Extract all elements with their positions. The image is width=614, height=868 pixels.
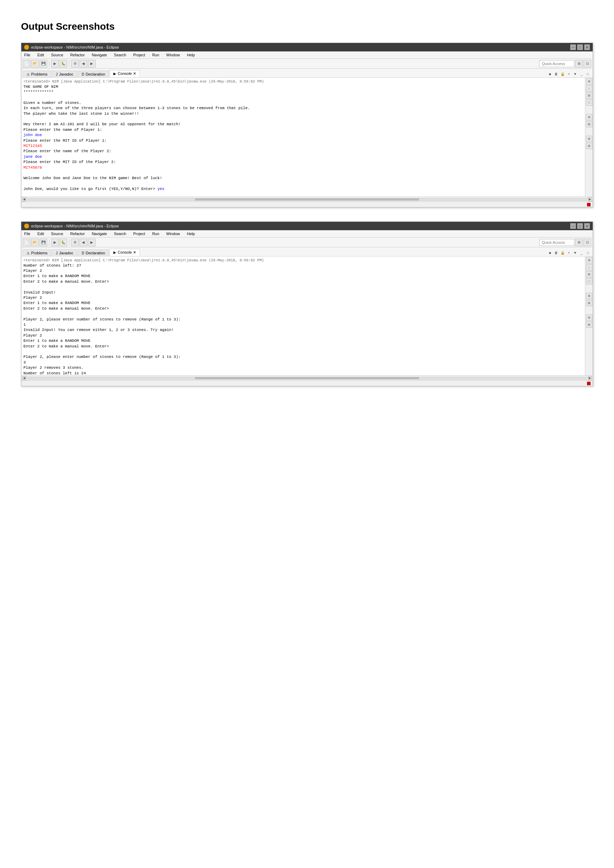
toolbar-btn-8[interactable]: ▶ bbox=[88, 239, 96, 246]
tab-scroll-lock-1[interactable]: 🔒 bbox=[560, 71, 565, 77]
console-content-2[interactable]: <terminated> NIM [Java Application] C:\P… bbox=[21, 256, 585, 375]
quick-access-input-2[interactable]: Quick Access bbox=[539, 239, 574, 246]
tab-problems-2[interactable]: ⚠ Problems bbox=[23, 250, 51, 256]
tab-clear-btn-2[interactable]: 🗑 bbox=[553, 250, 559, 256]
right-btn-7[interactable]: ⚙ bbox=[586, 136, 592, 142]
right-btn-13[interactable]: ⚙ bbox=[586, 293, 592, 299]
menu-source-2[interactable]: Source bbox=[50, 231, 65, 237]
right-btn-8[interactable]: ⊞ bbox=[586, 143, 592, 149]
tab-view-menu-1[interactable]: ▼ bbox=[572, 71, 578, 77]
toolbar-debug-2[interactable]: 🐛 bbox=[59, 239, 67, 246]
right-btn-3[interactable]: ⊞ bbox=[586, 92, 592, 99]
right-btn-6[interactable]: ⊞ bbox=[586, 121, 592, 127]
tab-javadoc-1[interactable]: J Javadoc bbox=[52, 71, 77, 78]
menu-search-2[interactable]: Search bbox=[113, 231, 128, 237]
minimize-button-2[interactable]: ─ bbox=[570, 223, 576, 229]
tab-declaration-1[interactable]: D Declaration bbox=[78, 71, 109, 78]
right-btn-14[interactable]: ⊞ bbox=[586, 300, 592, 306]
right-btn-16[interactable]: ⊞ bbox=[586, 321, 592, 328]
toolbar-perspective-3[interactable]: ⊞ bbox=[575, 239, 583, 246]
right-btn-15[interactable]: ⚙ bbox=[586, 315, 592, 321]
toolbar-open-2[interactable]: 📂 bbox=[31, 239, 39, 246]
toolbar-new-2[interactable]: 📄 bbox=[23, 239, 31, 246]
menu-project-2[interactable]: Project bbox=[132, 231, 146, 237]
toolbar-1: 📄 📂 💾 ▶ 🐛 ⚙ ◀ ▶ Quick Access ⊞ ⊡ bbox=[21, 59, 593, 68]
quick-access-label-2: Quick Access bbox=[542, 240, 565, 245]
maximize-button-2[interactable]: □ bbox=[577, 223, 583, 229]
menu-navigate-1[interactable]: Navigate bbox=[90, 52, 108, 58]
quick-access-input-1[interactable]: Quick Access bbox=[539, 60, 574, 67]
menu-edit-2[interactable]: Edit bbox=[36, 231, 45, 237]
tab-view-menu-2[interactable]: ▼ bbox=[572, 250, 578, 256]
tab-terminate-btn-2[interactable]: ■ bbox=[547, 250, 553, 256]
menu-help-2[interactable]: Help bbox=[185, 231, 196, 237]
scroll-right-1[interactable]: ▶ bbox=[588, 197, 592, 202]
toolbar-btn-5[interactable]: ▶ bbox=[88, 60, 96, 68]
close-button-1[interactable]: ✕ bbox=[584, 45, 590, 50]
right-btn-9[interactable]: ⚙ bbox=[586, 257, 592, 264]
right-btn-10[interactable]: ↕ bbox=[586, 264, 592, 270]
menu-search-1[interactable]: Search bbox=[113, 52, 128, 58]
tab-scroll-lock-2[interactable]: 🔒 bbox=[560, 250, 565, 256]
toolbar-run-1[interactable]: ▶ bbox=[51, 60, 59, 68]
console-area-1: <terminated> NIM [Java Application] C:\P… bbox=[21, 78, 593, 197]
toolbar-btn-4[interactable]: ◀ bbox=[79, 60, 87, 68]
toolbar-open-1[interactable]: 📂 bbox=[31, 60, 39, 68]
tab-terminate-btn-1[interactable]: ■ bbox=[547, 71, 553, 77]
right-btn-2[interactable]: ↕ bbox=[586, 85, 592, 91]
menu-navigate-2[interactable]: Navigate bbox=[90, 231, 108, 237]
menu-refactor-1[interactable]: Refactor bbox=[69, 52, 87, 58]
menu-run-1[interactable]: Run bbox=[151, 52, 161, 58]
tab-clear-btn-1[interactable]: 🗑 bbox=[553, 71, 559, 77]
right-btn-5[interactable]: ⚙ bbox=[586, 114, 592, 120]
menu-run-2[interactable]: Run bbox=[151, 231, 161, 237]
eclipse-icon-1 bbox=[24, 45, 29, 50]
menu-help-1[interactable]: Help bbox=[185, 52, 196, 58]
minimize-button-1[interactable]: ─ bbox=[570, 45, 576, 50]
toolbar-btn-7[interactable]: ◀ bbox=[79, 239, 87, 246]
tab-new-console-2[interactable]: + bbox=[566, 250, 572, 256]
menu-project-1[interactable]: Project bbox=[132, 52, 146, 58]
title-bar-controls-2[interactable]: ─ □ ✕ bbox=[570, 223, 590, 229]
toolbar-run-2[interactable]: ▶ bbox=[51, 239, 59, 246]
tab-console-2[interactable]: ▶ Console ✕ bbox=[110, 249, 140, 256]
tab-minimize-1[interactable]: _ bbox=[579, 71, 584, 77]
scroll-right-2[interactable]: ▶ bbox=[588, 376, 592, 380]
tab-maximize-1[interactable]: □ bbox=[585, 71, 591, 77]
scroll-left-1[interactable]: ◀ bbox=[22, 197, 26, 202]
menu-edit-1[interactable]: Edit bbox=[36, 52, 45, 58]
toolbar-perspective-2[interactable]: ⊡ bbox=[583, 60, 591, 68]
tab-console-1[interactable]: ▶ Console ✕ bbox=[110, 70, 140, 78]
toolbar-btn-3[interactable]: ⚙ bbox=[71, 60, 79, 68]
menu-window-2[interactable]: Window bbox=[165, 231, 181, 237]
tab-new-console-1[interactable]: + bbox=[566, 71, 572, 77]
tab-declaration-2[interactable]: D Declaration bbox=[78, 250, 109, 256]
menu-refactor-2[interactable]: Refactor bbox=[69, 231, 87, 237]
toolbar-save-2[interactable]: 💾 bbox=[40, 239, 47, 246]
right-btn-4[interactable]: □ bbox=[586, 99, 592, 105]
scroll-track-1[interactable] bbox=[27, 198, 587, 201]
scroll-left-2[interactable]: ◀ bbox=[22, 376, 26, 380]
console-content-1[interactable]: <terminated> NIM [Java Application] C:\P… bbox=[21, 78, 585, 197]
toolbar-debug-1[interactable]: 🐛 bbox=[59, 60, 67, 68]
toolbar-btn-6[interactable]: ⚙ bbox=[71, 239, 79, 246]
tab-problems-1[interactable]: ⚠ Problems bbox=[23, 71, 51, 78]
maximize-button-1[interactable]: □ bbox=[577, 45, 583, 50]
menu-file-1[interactable]: File bbox=[23, 52, 32, 58]
tab-maximize-2[interactable]: □ bbox=[585, 250, 591, 256]
menu-window-1[interactable]: Window bbox=[165, 52, 181, 58]
title-bar-controls-1[interactable]: ─ □ ✕ bbox=[570, 45, 590, 50]
toolbar-save-1[interactable]: 💾 bbox=[40, 60, 47, 68]
toolbar-perspective-1[interactable]: ⊞ bbox=[575, 60, 583, 68]
right-btn-1[interactable]: ⚙ bbox=[586, 78, 592, 85]
toolbar-perspective-4[interactable]: ⊡ bbox=[583, 239, 591, 246]
menu-source-1[interactable]: Source bbox=[50, 52, 65, 58]
close-button-2[interactable]: ✕ bbox=[584, 223, 590, 229]
tab-javadoc-2[interactable]: J Javadoc bbox=[52, 250, 77, 256]
right-btn-11[interactable]: ⊞ bbox=[586, 271, 592, 277]
toolbar-new-1[interactable]: 📄 bbox=[23, 60, 31, 68]
scroll-track-2[interactable] bbox=[27, 377, 587, 380]
right-btn-12[interactable]: □ bbox=[586, 278, 592, 284]
menu-file-2[interactable]: File bbox=[23, 231, 32, 237]
tab-minimize-2[interactable]: _ bbox=[579, 250, 584, 256]
